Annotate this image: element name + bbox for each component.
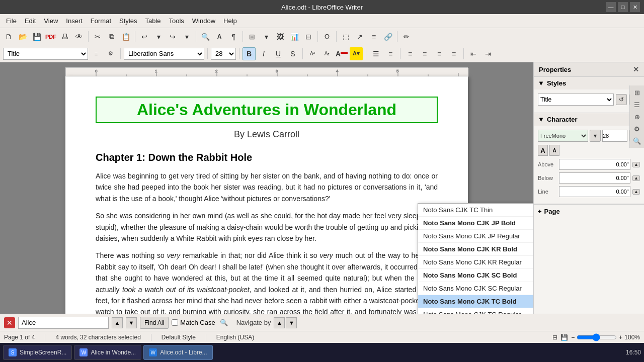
- zoom-in-btn[interactable]: +: [619, 334, 622, 341]
- navigate-down-btn[interactable]: ▼: [286, 317, 297, 328]
- special-char[interactable]: Ω: [320, 30, 334, 43]
- hyperlink-button[interactable]: 🔗: [381, 30, 394, 43]
- navigate-up-btn[interactable]: ▲: [274, 317, 285, 328]
- table-arrow[interactable]: ▾: [260, 30, 273, 43]
- bullet-list-btn[interactable]: ☰: [369, 47, 382, 60]
- italic-button[interactable]: I: [257, 47, 270, 60]
- close-button[interactable]: ✕: [630, 2, 640, 12]
- bold-button[interactable]: B: [243, 47, 256, 60]
- footnote-button[interactable]: ↗: [353, 30, 366, 43]
- highlight-btn[interactable]: A▾: [350, 47, 363, 60]
- side-icon-4[interactable]: ⚙: [631, 123, 643, 135]
- side-icon-2[interactable]: ☰: [631, 99, 643, 111]
- preview-button[interactable]: 👁: [72, 30, 86, 43]
- menu-view[interactable]: View: [40, 16, 62, 26]
- match-case-checkbox[interactable]: [172, 319, 178, 326]
- find-all-button[interactable]: Find All: [140, 317, 169, 329]
- font-item-1[interactable]: Noto Sans Mono CJK JP Bold 简繁: [418, 217, 533, 230]
- font-item-4[interactable]: Noto Sans Mono CJK KR Regular 简: [418, 256, 533, 269]
- cut-button[interactable]: ✂: [91, 30, 104, 43]
- font-size-select[interactable]: 28 12 14: [211, 48, 236, 60]
- save-button[interactable]: 💾: [30, 30, 43, 43]
- image-button[interactable]: 🖼: [274, 30, 287, 43]
- spacing-third-input[interactable]: [559, 186, 630, 197]
- open-button[interactable]: 📂: [16, 30, 29, 43]
- style-settings-btn[interactable]: ⚙: [104, 47, 117, 60]
- font-item-3[interactable]: Noto Sans Mono CJK KR Bold 简繁: [418, 243, 533, 256]
- taskbar-item-screenshot[interactable]: S SimpleScreenR...: [3, 345, 72, 360]
- style-list-btn[interactable]: ≡: [90, 47, 103, 60]
- align-left-btn[interactable]: ≡: [404, 47, 417, 60]
- font-item-6[interactable]: Noto Sans Mono CJK SC Regular 简: [418, 282, 533, 295]
- redo-arrow[interactable]: ▾: [180, 30, 193, 43]
- textbox-button[interactable]: ⊟: [302, 30, 315, 43]
- properties-close-btn[interactable]: ✕: [633, 65, 639, 73]
- numbered-list-btn[interactable]: ≡: [384, 47, 397, 60]
- side-icon-1[interactable]: ⊞: [631, 86, 643, 99]
- zoom-slider[interactable]: [577, 334, 617, 341]
- copy-button[interactable]: ⧉: [105, 30, 118, 43]
- spacing-below-input[interactable]: [559, 172, 630, 184]
- style-refresh-btn[interactable]: ↺: [616, 94, 627, 105]
- document-scroll-area[interactable]: 0 1 2 3 4 5: [0, 62, 533, 314]
- side-icon-3[interactable]: ⊕: [631, 111, 643, 123]
- strikethrough-button[interactable]: S: [286, 47, 299, 60]
- menu-format[interactable]: Format: [87, 16, 115, 26]
- page-section-header[interactable]: + Page: [538, 208, 640, 215]
- find-next-button[interactable]: ▼: [126, 317, 137, 328]
- menu-table[interactable]: Table: [141, 16, 165, 26]
- font-name-select[interactable]: Liberation Sans FreeMono: [124, 48, 204, 60]
- undo-button[interactable]: ↩: [138, 30, 151, 43]
- superscript-btn[interactable]: A²: [306, 47, 319, 60]
- new-button[interactable]: 🗋: [2, 30, 15, 43]
- style-panel-select[interactable]: Title Default Paragraph Style Heading 1: [538, 94, 614, 106]
- menu-file[interactable]: File: [2, 16, 21, 26]
- align-center-btn[interactable]: ≡: [418, 47, 431, 60]
- chart-button[interactable]: 📊: [288, 30, 301, 43]
- font-color-btn[interactable]: A: [335, 47, 348, 60]
- menu-window[interactable]: Window: [188, 16, 219, 26]
- field-button[interactable]: ⬚: [339, 30, 352, 43]
- font-item-5[interactable]: Noto Sans Mono CJK SC Bold 简繁: [418, 269, 533, 282]
- find-prev-button[interactable]: ▲: [112, 317, 123, 328]
- table-button[interactable]: ⊞: [246, 30, 259, 43]
- underline-button[interactable]: U: [272, 47, 285, 60]
- char-size-input[interactable]: [602, 130, 627, 142]
- minimize-button[interactable]: —: [606, 2, 616, 12]
- align-justify-btn[interactable]: ≡: [447, 47, 460, 60]
- indent-left-btn[interactable]: ⇤: [467, 47, 480, 60]
- find-input[interactable]: [18, 317, 109, 329]
- align-right-btn[interactable]: ≡: [433, 47, 446, 60]
- spacing-third-spin-up[interactable]: ▲: [632, 189, 640, 195]
- format-marks[interactable]: ¶: [227, 30, 240, 43]
- font-item-2[interactable]: Noto Sans Mono CJK JP Regular 简: [418, 230, 533, 243]
- font-item-7[interactable]: Noto Sans Mono CJK TC Bold 简繁: [418, 295, 533, 308]
- print-button[interactable]: 🖶: [58, 30, 71, 43]
- char-font-select[interactable]: FreeMono Liberation Sans: [538, 130, 588, 142]
- char-font-dropdown-btn[interactable]: ▾: [590, 130, 601, 142]
- menu-insert[interactable]: Insert: [62, 16, 87, 26]
- taskbar-item-alice-img[interactable]: W Alice in Wonde...: [74, 345, 141, 360]
- text-size-increase-btn[interactable]: A: [538, 145, 548, 156]
- menu-edit[interactable]: Edit: [21, 16, 40, 26]
- menu-styles[interactable]: Styles: [115, 16, 141, 26]
- toc-button[interactable]: ≡: [367, 30, 380, 43]
- menu-tools[interactable]: Tools: [165, 16, 188, 26]
- spacing-above-spin-up[interactable]: ▲: [632, 162, 640, 167]
- side-icon-5[interactable]: 🔍: [631, 135, 643, 147]
- find-button[interactable]: 🔍: [199, 30, 212, 43]
- character-section-header[interactable]: ▼ Character ☰: [534, 113, 644, 126]
- pdf-button[interactable]: PDF: [44, 30, 57, 43]
- redo-button[interactable]: ↪: [166, 30, 179, 43]
- font-item-8[interactable]: Noto Sans Mono CJK TC Regular 简: [418, 308, 533, 314]
- spacing-below-spin-up[interactable]: ▲: [632, 175, 640, 181]
- undo-arrow[interactable]: ▾: [152, 30, 165, 43]
- indent-right-btn[interactable]: ⇥: [481, 47, 495, 60]
- spell-button[interactable]: A: [213, 30, 226, 43]
- maximize-button[interactable]: □: [618, 2, 628, 12]
- paragraph-style-select[interactable]: Title Default Paragraph Style Heading 1: [3, 48, 88, 60]
- paste-button[interactable]: 📋: [119, 30, 132, 43]
- spacing-above-input[interactable]: [559, 159, 630, 170]
- menu-help[interactable]: Help: [219, 16, 241, 26]
- zoom-out-btn[interactable]: −: [571, 334, 575, 341]
